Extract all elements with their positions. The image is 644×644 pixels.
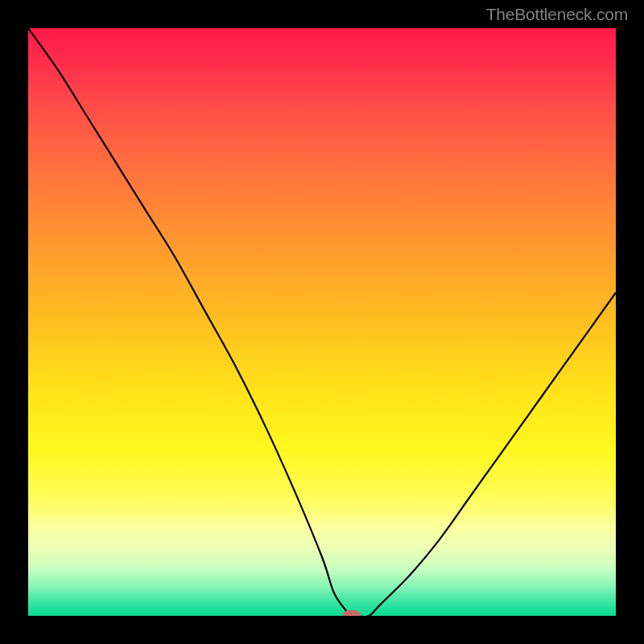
optimal-marker (343, 610, 361, 616)
chart-container: TheBottleneck.com (0, 0, 644, 644)
bottleneck-curve (28, 28, 616, 616)
curve-path (28, 28, 616, 616)
attribution-text: TheBottleneck.com (486, 5, 628, 24)
plot-area (28, 28, 616, 616)
